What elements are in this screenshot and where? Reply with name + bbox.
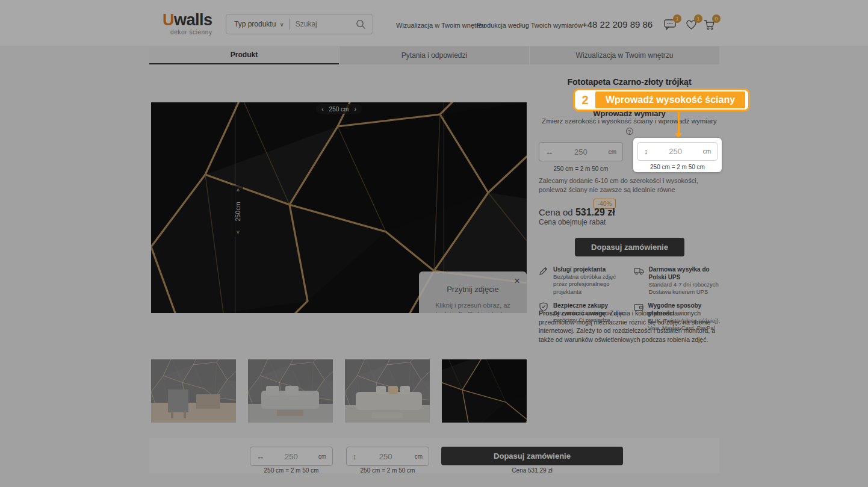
height-value[interactable]: 250 xyxy=(648,147,703,156)
step-label: Wprowadź wysokość ściany xyxy=(595,92,745,108)
annotation-arrow xyxy=(678,112,680,134)
tutorial-step-annotation: 2 Wprowadź wysokość ściany xyxy=(573,88,750,111)
height-input-spotlight: ↕ 250 cm 250 cm = 2 m 50 cm xyxy=(633,138,722,172)
height-conversion: 250 cm = 2 m 50 cm xyxy=(633,164,722,170)
height-input[interactable]: ↕ 250 cm xyxy=(637,142,718,161)
tutorial-dim-overlay xyxy=(0,0,868,487)
step-number: 2 xyxy=(575,93,595,107)
page: Uwalls dekor ścienny Typ produktu ∨ Szuk… xyxy=(0,0,868,487)
height-unit: cm xyxy=(703,148,717,155)
height-arrow-icon: ↕ xyxy=(638,147,648,156)
